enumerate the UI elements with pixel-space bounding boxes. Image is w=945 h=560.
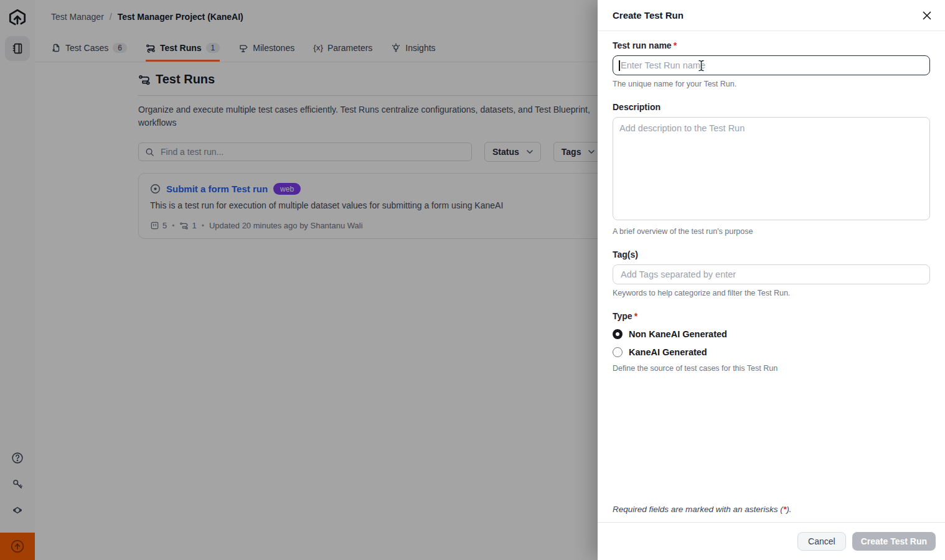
drawer-footer: Cancel Create Test Run: [598, 522, 945, 560]
app-window: Test Manager / Test Manager Project (Kan…: [0, 0, 945, 560]
field-description: Description A brief overview of the test…: [613, 102, 930, 236]
radio-label: Non KaneAI Generated: [629, 329, 727, 339]
field-test-run-name: Test run name* The unique name for your …: [613, 40, 930, 88]
radio-selected-icon: [613, 329, 623, 339]
test-run-name-input[interactable]: [619, 60, 923, 71]
radio-kaneai-generated[interactable]: KaneAI Generated: [613, 347, 930, 357]
radio-unselected-icon: [613, 347, 623, 357]
text-caret: [619, 60, 620, 71]
close-button[interactable]: [918, 7, 936, 24]
required-fields-note: Required fields are marked with an aster…: [613, 505, 930, 514]
type-helper: Define the source of test cases for this…: [613, 364, 930, 373]
test-run-name-helper: The unique name for your Test Run.: [613, 80, 930, 88]
type-label: Type*: [613, 311, 930, 321]
field-type: Type* Non KaneAI Generated KaneAI Genera…: [613, 311, 930, 373]
radio-label: KaneAI Generated: [629, 347, 707, 357]
drawer-body: Test run name* The unique name for your …: [598, 31, 945, 522]
test-run-name-label: Test run name*: [613, 40, 930, 50]
description-helper: A brief overview of the test run's purpo…: [613, 227, 930, 236]
radio-non-kaneai-generated[interactable]: Non KaneAI Generated: [613, 329, 930, 339]
drawer-title: Create Test Run: [613, 10, 684, 21]
create-test-run-drawer: Create Test Run Test run name*: [598, 0, 945, 560]
required-asterisk: *: [634, 311, 637, 321]
ibeam-cursor: [698, 60, 705, 74]
cancel-button[interactable]: Cancel: [797, 532, 846, 551]
close-icon: [922, 11, 932, 21]
label-text: Type: [613, 311, 632, 321]
required-asterisk: *: [674, 40, 677, 50]
drawer-header: Create Test Run: [598, 0, 945, 31]
tags-input-shell: [613, 264, 930, 284]
label-text: Test run name: [613, 40, 672, 50]
note-suffix: ).: [786, 505, 791, 514]
tags-input[interactable]: [619, 269, 923, 280]
test-run-name-input-shell: [613, 55, 930, 75]
tags-label: Tag(s): [613, 250, 930, 259]
create-test-run-button[interactable]: Create Test Run: [852, 532, 936, 551]
note-prefix: Required fields are marked with an aster…: [613, 505, 783, 514]
field-tags: Tag(s) Keywords to help categorize and f…: [613, 250, 930, 297]
description-textarea[interactable]: [613, 117, 930, 220]
tags-helper: Keywords to help categorize and filter t…: [613, 289, 930, 297]
description-label: Description: [613, 102, 930, 112]
